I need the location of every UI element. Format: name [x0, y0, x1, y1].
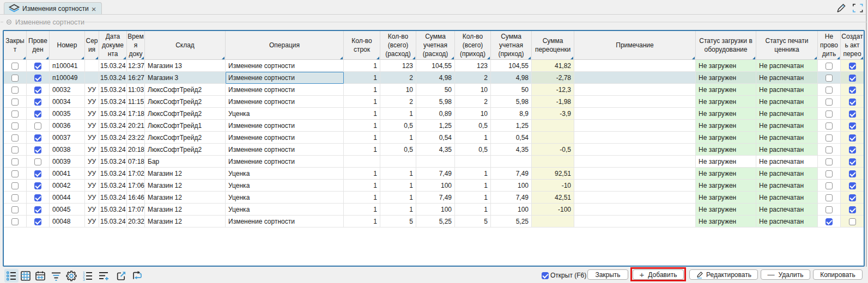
svg-text:3: 3: [83, 278, 85, 281]
